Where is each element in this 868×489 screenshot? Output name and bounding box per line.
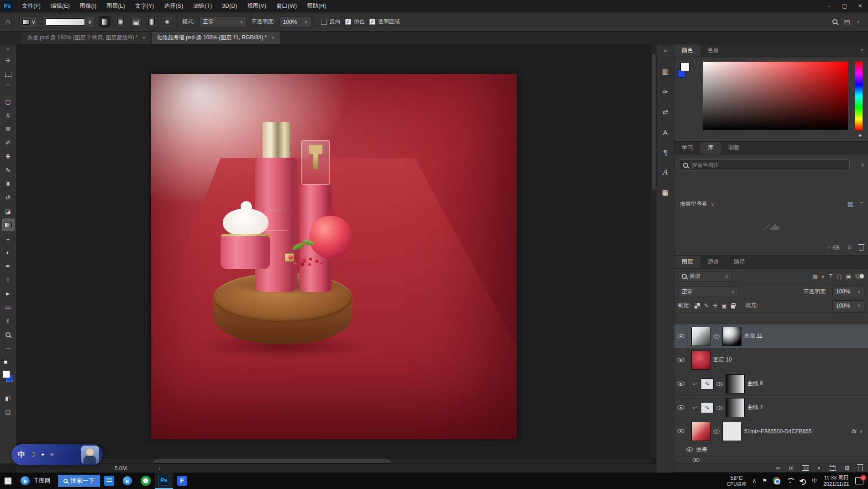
- reflected-gradient-button[interactable]: [146, 16, 157, 27]
- layer-name[interactable]: 曲线 8: [747, 380, 763, 388]
- taskbar-app-photoshop[interactable]: Ps: [155, 473, 173, 489]
- hue-slider-marker[interactable]: ▶: [859, 133, 862, 138]
- filter-pixel-icon[interactable]: ▦: [812, 273, 817, 280]
- add-mask-icon[interactable]: [802, 465, 809, 471]
- new-layer-icon[interactable]: ⊞: [845, 465, 849, 471]
- eyedropper-tool[interactable]: ✐: [2, 136, 15, 149]
- layer-mask-thumbnail[interactable]: [726, 375, 744, 393]
- expand-panels-icon[interactable]: «: [664, 46, 667, 55]
- new-adjustment-layer-icon[interactable]: ◐: [818, 465, 821, 471]
- brush-tool[interactable]: ✎: [2, 164, 15, 176]
- layer-row-curves-7[interactable]: ↵ ∿ 曲线 7: [674, 396, 868, 420]
- sync-icon[interactable]: ↻: [847, 244, 852, 251]
- filter-smart-object-icon[interactable]: ▣: [846, 273, 851, 280]
- delete-layer-icon[interactable]: [858, 466, 863, 471]
- scrollbar-thumb[interactable]: [153, 459, 391, 463]
- transparency-checkbox-row[interactable]: ✓ 透明区域: [369, 18, 400, 26]
- taskbar-app-edge[interactable]: e: [118, 473, 137, 489]
- layer-name[interactable]: 51miz-E865500-D4CFB655: [744, 428, 811, 435]
- transparency-checkbox[interactable]: ✓: [369, 19, 375, 25]
- lasso-tool[interactable]: ⌒: [2, 81, 15, 94]
- blur-tool[interactable]: ◒: [2, 232, 15, 245]
- filter-toggle-switch[interactable]: [855, 274, 864, 279]
- layer-effects-badge[interactable]: fx ∧: [852, 428, 864, 435]
- tab-adjustments[interactable]: 调整: [721, 142, 747, 154]
- tool-preset-picker[interactable]: ∨: [20, 16, 38, 27]
- filter-shape-icon[interactable]: ▢: [836, 273, 842, 280]
- list-view-icon[interactable]: ≡: [860, 200, 863, 207]
- hand-tool[interactable]: ✌: [2, 314, 15, 327]
- chevron-down-icon[interactable]: ∨: [861, 162, 864, 168]
- rectangle-tool[interactable]: ▭: [2, 301, 15, 314]
- tab-learn[interactable]: 学习: [674, 142, 700, 154]
- dodge-tool[interactable]: ◐: [2, 246, 15, 259]
- glyphs-panel-icon[interactable]: A: [659, 166, 672, 179]
- visibility-toggle[interactable]: [674, 372, 688, 395]
- type-tool[interactable]: T: [2, 273, 15, 286]
- curves-adjustment-icon[interactable]: ∿: [701, 403, 713, 413]
- input-language-indicator[interactable]: 中: [812, 477, 817, 485]
- grid-view-icon[interactable]: ▦: [847, 200, 853, 207]
- paragraph-panel-icon[interactable]: ¶: [659, 146, 672, 159]
- link-layers-icon[interactable]: ∞: [776, 465, 780, 471]
- start-button[interactable]: [0, 473, 16, 489]
- close-button[interactable]: ✕: [852, 0, 868, 12]
- document-tab-cosmetics-poster[interactable]: 化妆品海报.psd @ 100% (图层 11, RGB/8#) * ×: [152, 32, 281, 44]
- marquee-tool[interactable]: [2, 68, 15, 80]
- search-input[interactable]: [692, 162, 846, 168]
- new-group-icon[interactable]: [830, 466, 836, 471]
- layer-mask-thumbnail[interactable]: [723, 327, 741, 345]
- filter-type-icon[interactable]: T: [829, 273, 832, 280]
- clone-source-panel-icon[interactable]: ▥: [659, 65, 672, 78]
- menu-select[interactable]: 选择(S): [159, 0, 188, 12]
- layer-row-curves-8[interactable]: ↵ ∿ 曲线 8: [674, 372, 868, 396]
- menu-edit[interactable]: 编辑(E): [46, 0, 75, 12]
- layer-row-51miz[interactable]: 51miz-E865500-D4CFB655 fx ∧: [674, 420, 868, 443]
- lock-pixels-icon[interactable]: ✎: [704, 303, 709, 309]
- frame-tool[interactable]: ⊠: [2, 122, 15, 135]
- crop-tool[interactable]: #: [2, 109, 15, 122]
- reverse-checkbox[interactable]: [321, 19, 327, 25]
- tab-swatches[interactable]: 色板: [700, 44, 726, 57]
- tab-layers[interactable]: 图层: [674, 256, 700, 268]
- menu-image[interactable]: 图像(I): [75, 0, 102, 12]
- chevron-up-icon[interactable]: ∧: [859, 429, 863, 434]
- effects-row[interactable]: 效果: [674, 443, 868, 456]
- reverse-checkbox-row[interactable]: 反向: [321, 18, 341, 26]
- layer-thumbnail[interactable]: [692, 422, 710, 441]
- radial-gradient-button[interactable]: [115, 16, 126, 27]
- library-search-box[interactable]: [679, 159, 850, 171]
- menu-file[interactable]: 文件(F): [17, 0, 46, 12]
- visibility-toggle[interactable]: [674, 396, 688, 419]
- pen-tool[interactable]: ✒: [2, 260, 15, 272]
- search-icon[interactable]: [832, 19, 837, 24]
- tab-libraries[interactable]: 库: [700, 142, 721, 154]
- filter-adjustment-icon[interactable]: ◐: [822, 273, 825, 280]
- view-by-type-dropdown[interactable]: 按类型查看 ∨: [680, 200, 714, 208]
- layer-thumbnail[interactable]: [692, 327, 710, 345]
- visibility-toggle[interactable]: [674, 420, 688, 443]
- home-icon[interactable]: ⌂: [5, 17, 10, 27]
- screen-mode-button[interactable]: ▤: [2, 405, 15, 418]
- layer-name[interactable]: 图层 11: [744, 332, 763, 340]
- path-selection-tool[interactable]: ►: [2, 287, 15, 300]
- minimize-button[interactable]: –: [821, 0, 837, 12]
- wifi-icon[interactable]: [786, 478, 794, 484]
- workspace-switcher-icon[interactable]: ▤: [844, 18, 850, 26]
- menu-help[interactable]: 帮助(H): [302, 0, 331, 12]
- dither-checkbox-row[interactable]: ✓ 仿色: [345, 18, 365, 26]
- taskbar-app-doc[interactable]: [100, 473, 118, 489]
- layer-style-icon[interactable]: fx: [789, 465, 793, 471]
- layer-comps-panel-icon[interactable]: ▦: [659, 186, 672, 199]
- menu-filter[interactable]: 滤镜(T): [188, 0, 217, 12]
- curves-adjustment-icon[interactable]: ∿: [701, 379, 713, 389]
- visibility-toggle[interactable]: [674, 324, 688, 348]
- edit-toolbar-button[interactable]: ⋯: [2, 342, 15, 355]
- fill-select[interactable]: 100% ∨: [832, 300, 864, 311]
- gradient-tool[interactable]: [2, 218, 15, 231]
- default-colors-icon[interactable]: [2, 359, 8, 364]
- layer-mask-thumbnail[interactable]: [726, 399, 744, 417]
- layer-row-11[interactable]: 图层 11: [674, 324, 868, 348]
- menu-3d[interactable]: 3D(D): [217, 0, 242, 12]
- chevron-up-icon[interactable]: ∧: [752, 478, 757, 484]
